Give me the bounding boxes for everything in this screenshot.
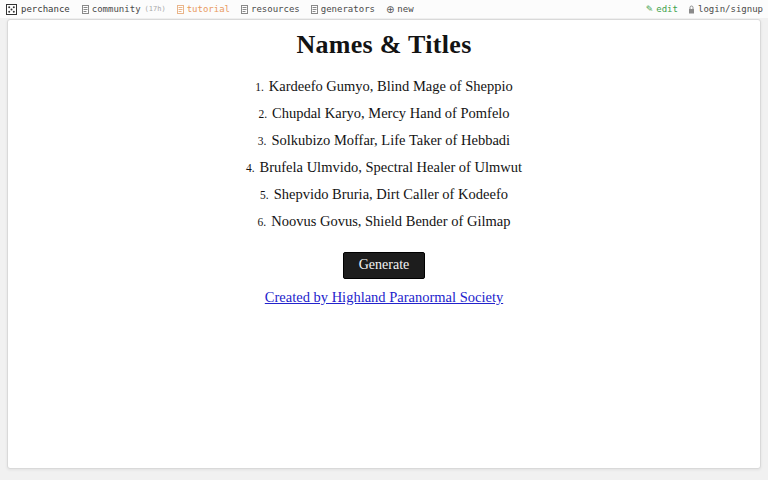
nav-suffix: (17h) (145, 5, 166, 13)
list-item: 6.Noovus Govus, Shield Bender of Gilmap (8, 208, 760, 235)
item-text: Chupdal Karyo, Mercy Hand of Pomfelo (272, 105, 510, 121)
generate-button[interactable]: Generate (343, 252, 426, 279)
brand-link[interactable]: perchance (6, 4, 70, 15)
book-icon (241, 5, 248, 14)
nav-label: new (397, 4, 413, 14)
nav-label: generators (321, 4, 375, 14)
list-item: 4.Brufela Ulmvido, Spectral Healer of Ul… (8, 154, 760, 181)
item-number: 5. (260, 189, 269, 201)
nav-item-tutorial[interactable]: tutorial (177, 4, 230, 14)
item-number: 1. (255, 81, 264, 93)
nav-label: tutorial (187, 4, 230, 14)
edit-link[interactable]: ✎ edit (646, 4, 678, 14)
results-list: 1.Kardeefo Gumyo, Blind Mage of Sheppio … (8, 73, 760, 235)
item-text: Shepvido Bruria, Dirt Caller of Kodeefo (274, 186, 508, 202)
circle-plus-icon: ⊕ (386, 4, 394, 15)
brand-label: perchance (21, 4, 70, 14)
nav-label: resources (251, 4, 300, 14)
book-icon (82, 5, 89, 14)
lock-icon (688, 5, 695, 14)
nav-label: community (92, 4, 141, 14)
nav-item-generators[interactable]: generators (311, 4, 375, 14)
item-number: 3. (258, 135, 267, 147)
book-icon (311, 5, 318, 14)
login-label: login/signup (698, 4, 763, 14)
list-item: 5.Shepvido Bruria, Dirt Caller of Kodeef… (8, 181, 760, 208)
perchance-logo-icon (6, 4, 17, 15)
pencil-icon: ✎ (646, 4, 654, 14)
generator-frame: Names & Titles 1.Kardeefo Gumyo, Blind M… (7, 19, 761, 469)
topbar: perchance community (17h) tutorial resou… (0, 0, 768, 18)
page-title: Names & Titles (8, 30, 760, 60)
list-item: 2.Chupdal Karyo, Mercy Hand of Pomfelo (8, 100, 760, 127)
list-item: 1.Kardeefo Gumyo, Blind Mage of Sheppio (8, 73, 760, 100)
nav-item-new[interactable]: ⊕ new (386, 4, 414, 15)
list-item: 3.Solkubizo Moffar, Life Taker of Hebbad… (8, 127, 760, 154)
item-text: Noovus Govus, Shield Bender of Gilmap (271, 213, 510, 229)
item-number: 2. (258, 108, 267, 120)
item-text: Kardeefo Gumyo, Blind Mage of Sheppio (269, 78, 513, 94)
nav-item-resources[interactable]: resources (241, 4, 300, 14)
item-text: Brufela Ulmvido, Spectral Healer of Ulmw… (260, 159, 523, 175)
item-number: 4. (246, 162, 255, 174)
credit-link[interactable]: Created by Highland Paranormal Society (265, 289, 503, 306)
edit-label: edit (656, 4, 678, 14)
nav-item-community[interactable]: community (17h) (82, 4, 166, 14)
login-link[interactable]: login/signup (688, 4, 763, 14)
item-text: Solkubizo Moffar, Life Taker of Hebbadi (271, 132, 510, 148)
item-number: 6. (258, 216, 267, 228)
book-icon (177, 5, 184, 14)
